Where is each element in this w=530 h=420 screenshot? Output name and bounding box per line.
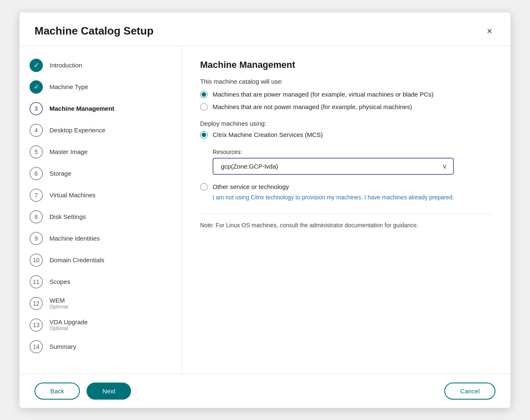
dialog-footer: Back Next Cancel: [20, 374, 510, 408]
sidebar: ✓Introduction✓Machine Type3Machine Manag…: [20, 46, 182, 374]
power-managed-group: Machines that are power managed (for exa…: [200, 91, 492, 111]
radio-power-managed-label: Machines that are power managed (for exa…: [213, 91, 433, 98]
step-indicator-12: 12: [30, 297, 43, 310]
next-button[interactable]: Next: [87, 383, 131, 400]
cancel-button[interactable]: Cancel: [444, 383, 495, 400]
sidebar-item-12[interactable]: 12WEMOptional: [20, 293, 181, 314]
mcs-section: Resources: gcp(Zone:GCP-lvda): [213, 149, 492, 175]
sidebar-label-4: Desktop Experience: [50, 127, 105, 134]
resources-select[interactable]: gcp(Zone:GCP-lvda): [213, 158, 454, 175]
step-indicator-14: 14: [30, 340, 43, 353]
radio-other[interactable]: Other service or technology: [200, 183, 492, 191]
sidebar-label-9: Machine Identities: [50, 235, 100, 242]
sidebar-item-5[interactable]: 5Master Image: [20, 141, 181, 163]
close-button[interactable]: ×: [483, 24, 495, 38]
deploy-group: Citrix Machine Creation Services (MCS) R…: [200, 131, 492, 201]
step-indicator-1: ✓: [30, 59, 43, 72]
sidebar-item-3[interactable]: 3Machine Management: [20, 98, 181, 119]
deploy-label: Deploy machines using:: [200, 120, 492, 127]
radio-other-input[interactable]: [200, 183, 208, 191]
sidebar-item-14[interactable]: 14Summary: [20, 336, 181, 358]
sidebar-label-14: Summary: [50, 343, 76, 350]
back-button[interactable]: Back: [35, 383, 80, 400]
sidebar-sublabel-13: Optional: [50, 326, 88, 331]
other-service-description: I am not using Citrix technology to prov…: [213, 194, 492, 201]
sidebar-label-6: Storage: [50, 170, 72, 177]
radio-not-power-managed-input[interactable]: [200, 103, 208, 111]
step-indicator-13: 13: [30, 318, 43, 332]
sidebar-label-5: Master Image: [50, 148, 88, 155]
dialog: Machine Catalog Setup × ✓Introduction✓Ma…: [20, 12, 510, 408]
step-indicator-6: 6: [30, 167, 43, 180]
sidebar-sublabel-12: Optional: [50, 304, 68, 310]
main-content: Machine Management This machine catalog …: [182, 46, 510, 374]
other-service-section: Other service or technology I am not usi…: [200, 183, 492, 201]
footer-left: Back Next: [35, 383, 131, 400]
sidebar-label-3: Machine Management: [50, 105, 114, 112]
section-title: Machine Management: [200, 60, 492, 70]
sidebar-label-13: VDA Upgrade: [50, 318, 88, 326]
sidebar-item-9[interactable]: 9Machine Identities: [20, 228, 181, 249]
radio-not-power-managed[interactable]: Machines that are not power managed (for…: [200, 103, 492, 111]
sidebar-label-2: Machine Type: [50, 83, 88, 90]
radio-other-label: Other service or technology: [213, 183, 289, 190]
sidebar-item-2[interactable]: ✓Machine Type: [20, 76, 181, 98]
radio-mcs-label: Citrix Machine Creation Services (MCS): [213, 131, 323, 138]
step-indicator-7: 7: [30, 189, 43, 202]
step-indicator-3: 3: [30, 102, 43, 115]
sidebar-item-8[interactable]: 8Disk Settings: [20, 206, 181, 228]
step-indicator-4: 4: [30, 124, 43, 137]
step-indicator-8: 8: [30, 210, 43, 224]
sidebar-item-4[interactable]: 4Desktop Experience: [20, 119, 181, 141]
step-indicator-5: 5: [30, 145, 43, 159]
dialog-body: ✓Introduction✓Machine Type3Machine Manag…: [20, 46, 510, 374]
note-text: Note: For Linux OS machines, consult the…: [200, 214, 492, 229]
deploy-section: Deploy machines using: Citrix Machine Cr…: [200, 120, 492, 201]
use-label: This machine catalog will use:: [200, 78, 492, 85]
sidebar-item-10[interactable]: 10Domain Credentials: [20, 249, 181, 271]
radio-mcs[interactable]: Citrix Machine Creation Services (MCS): [200, 131, 492, 139]
sidebar-item-7[interactable]: 7Virtual Machines: [20, 184, 181, 206]
step-indicator-11: 11: [30, 275, 43, 288]
sidebar-label-10: Domain Credentials: [50, 256, 104, 263]
sidebar-label-11: Scopes: [50, 278, 70, 285]
sidebar-item-13[interactable]: 13VDA UpgradeOptional: [20, 314, 181, 336]
sidebar-item-1[interactable]: ✓Introduction: [20, 55, 181, 76]
sidebar-label-8: Disk Settings: [50, 213, 86, 220]
radio-power-managed-input[interactable]: [200, 91, 208, 98]
resources-select-wrapper: gcp(Zone:GCP-lvda): [213, 158, 454, 175]
sidebar-item-6[interactable]: 6Storage: [20, 163, 181, 184]
sidebar-label-12: WEM: [50, 297, 68, 304]
radio-power-managed[interactable]: Machines that are power managed (for exa…: [200, 91, 492, 98]
check-icon: ✓: [34, 61, 39, 69]
step-indicator-9: 9: [30, 232, 43, 245]
sidebar-item-11[interactable]: 11Scopes: [20, 271, 181, 293]
sidebar-label-7: Virtual Machines: [50, 191, 96, 199]
dialog-title: Machine Catalog Setup: [35, 25, 154, 37]
resources-label: Resources:: [213, 149, 492, 155]
check-icon: ✓: [34, 83, 39, 91]
radio-mcs-input[interactable]: [200, 131, 208, 139]
step-indicator-2: ✓: [30, 80, 43, 94]
radio-not-power-managed-label: Machines that are not power managed (for…: [213, 103, 412, 110]
dialog-header: Machine Catalog Setup ×: [20, 12, 510, 46]
step-indicator-10: 10: [30, 253, 43, 267]
sidebar-label-1: Introduction: [50, 62, 82, 69]
